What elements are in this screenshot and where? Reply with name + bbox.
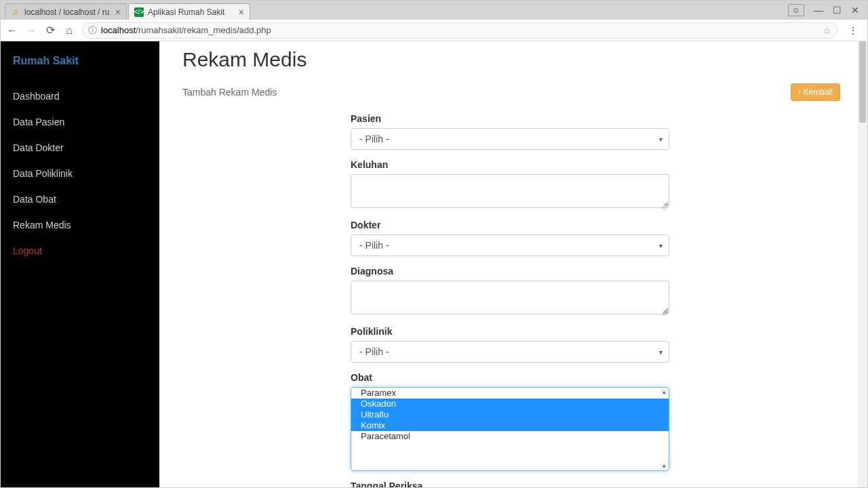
url-text: localhost/rumahsakit/rekam_medis/add.php [101,25,823,35]
sidebar-item-poliklinik[interactable]: Data Poliklinik [1,161,159,186]
sidebar-item-rekam-medis[interactable]: Rekam Medis [1,212,159,238]
label-diagnosa: Diagnosa [351,266,669,277]
favicon-phpmyadmin: p [11,7,20,17]
select-pasien[interactable]: - Pilih - [351,128,669,150]
close-icon[interactable]: × [115,7,121,18]
label-tanggal: Tanggal Periksa [351,481,669,487]
user-icon[interactable]: ☺ [788,4,804,16]
close-icon[interactable]: × [239,7,244,18]
tab-title: Aplikasi Rumah Sakit [148,7,235,17]
main-content: Rekam Medis Tambah Rekam Medis ‹ Kembali… [159,41,867,487]
page-title: Rekam Medis [182,48,840,71]
textarea-keluhan[interactable] [351,174,669,208]
page-subtitle: Tambah Rekam Medis [182,87,277,98]
multiselect-obat[interactable]: ▴ Paramex Oskadon Ultraflu Komix Paracet… [351,387,669,471]
reload-icon[interactable]: ⟳ [44,24,56,37]
resize-handle-icon[interactable] [661,202,668,209]
info-icon[interactable]: ⓘ [88,24,97,37]
obat-option[interactable]: Paracetamol [351,431,669,442]
window-controls: ☺ — ☐ ✕ [780,1,867,20]
scroll-down-icon[interactable]: ▾ [660,463,668,470]
label-pasien: Pasien [351,113,669,124]
scroll-up-icon[interactable]: ▴ [660,388,668,395]
scrollbar-thumb[interactable] [859,41,866,123]
home-icon[interactable]: ⌂ [63,24,75,37]
label-obat: Obat [351,372,669,383]
browser-tabstrip: p localhost / localhost / ru × </> Aplik… [1,1,867,20]
brand[interactable]: Rumah Sakit [1,55,159,83]
label-keluhan: Keluhan [351,159,669,170]
browser-tab-1[interactable]: </> Aplikasi Rumah Sakit × [128,3,250,20]
sidebar-item-dokter[interactable]: Data Dokter [1,135,159,161]
browser-tab-0[interactable]: p localhost / localhost / ru × [5,3,127,20]
forward-icon: → [25,24,37,37]
sidebar-item-dashboard[interactable]: Dashboard [1,83,159,109]
address-bar[interactable]: ⓘ localhost/rumahsakit/rekam_medis/add.p… [82,22,837,39]
back-button[interactable]: ‹ Kembali [791,83,840,101]
tab-title: localhost / localhost / ru [24,7,111,17]
chevron-left-icon: ‹ [798,87,801,97]
obat-option[interactable]: Paramex [351,388,669,399]
resize-handle-icon[interactable] [661,308,668,315]
page-scrollbar[interactable] [858,41,867,487]
minimize-icon[interactable]: — [814,5,823,16]
label-dokter: Dokter [351,220,669,230]
back-button-label: Kembali [804,87,833,97]
select-poliklinik[interactable]: - Pilih - [351,341,669,363]
maximize-icon[interactable]: ☐ [833,5,842,16]
sidebar-item-pasien[interactable]: Data Pasien [1,109,159,135]
sidebar-item-obat[interactable]: Data Obat [1,186,159,212]
close-window-icon[interactable]: ✕ [851,5,859,16]
label-poliklinik: Poliklinik [351,326,669,337]
browser-toolbar: ← → ⟳ ⌂ ⓘ localhost/rumahsakit/rekam_med… [1,20,867,41]
obat-option[interactable]: Ultraflu [351,409,669,420]
favicon-app: </> [134,7,144,17]
textarea-diagnosa[interactable] [351,281,669,314]
sidebar-item-logout[interactable]: Logout [1,238,159,264]
back-icon[interactable]: ← [6,24,18,37]
select-dokter[interactable]: - Pilih - [351,235,669,256]
obat-option[interactable]: Oskadon [351,399,669,409]
obat-option[interactable]: Komix [351,420,669,431]
sidebar: Rumah Sakit Dashboard Data Pasien Data D… [1,41,159,487]
menu-icon[interactable]: ⋮ [844,25,862,36]
bookmark-star-icon[interactable]: ☆ [823,25,831,36]
